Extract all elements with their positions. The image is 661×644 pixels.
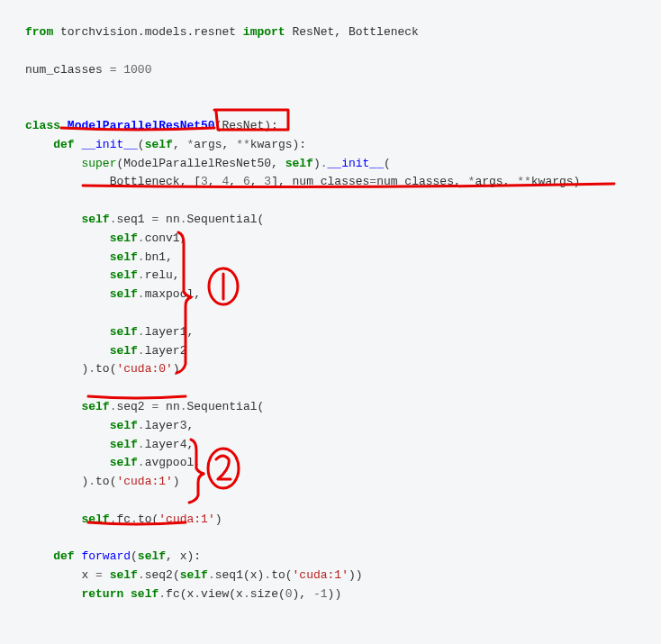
kw-def: def [53, 138, 74, 151]
kw-import: import [243, 25, 285, 39]
kw-from: from [25, 25, 53, 39]
class-name: ModelParallelResNet50 [68, 119, 215, 132]
num-1000: 1000 [123, 63, 151, 77]
code-block: from torchvision.models.resnet import Re… [0, 0, 661, 604]
code-content: from torchvision.models.resnet import Re… [25, 23, 661, 604]
kw-class: class [25, 119, 60, 132]
